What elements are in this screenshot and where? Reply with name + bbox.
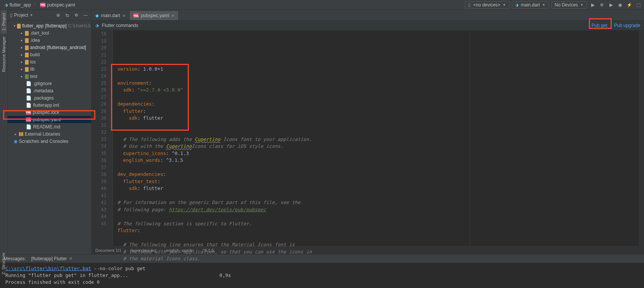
tree-item[interactable]: 📄.gitignore [8,80,91,87]
tree-label: Scratches and Consoles [19,139,68,144]
tree-item[interactable]: ▸▇ios [8,58,91,65]
phone-icon: ▯ [468,2,471,8]
messages-tab[interactable]: [flutterapp] Flutter [31,256,67,261]
code-editor[interactable]: 1819202122232425262728293031323334353637… [92,30,644,246]
tree-root-path: C:\Users\Juli... [68,23,91,28]
profile-button[interactable]: ◉ [617,2,623,8]
tab-pubspec[interactable]: YML pubspec.yaml ✕ [130,11,179,20]
tree-item[interactable]: 📄.metadata [8,87,91,94]
run-button[interactable]: ▶ [589,2,596,8]
settings-icon[interactable]: ✲ [73,13,80,18]
devices-dropdown-label: No Devices [555,2,578,8]
title-navbar: ⬗ flutter_app 〉 YML pubspec.yaml ▯ <no d… [0,0,644,10]
coverage-button[interactable]: ▶ [608,2,614,8]
terminal-timing: 0,9s [220,272,231,278]
folder-icon: ▇ [25,45,28,50]
scratches-icon: ◉ [14,139,17,144]
minimap[interactable] [639,30,644,246]
devices-dropdown[interactable]: No Devices ▼ [551,1,587,9]
right-margin-ruler [470,30,470,246]
close-icon[interactable]: ✕ [122,14,125,18]
chevron-down-icon: ▼ [542,3,546,7]
flutter-icon: ⬗ [5,2,8,8]
tree-item-selected[interactable]: YMLpubspec.yaml [8,116,91,123]
file-icon: 📄 [26,103,32,108]
folder-icon: ▇ [25,30,28,36]
tree-label: build [30,52,40,57]
expand-icon[interactable]: ▸ [14,132,17,136]
breadcrumb-file: pubspec.yaml [47,2,75,8]
structure-tool-tab[interactable]: Z: Structure [0,250,7,277]
expand-icon[interactable]: ▸ [20,74,24,78]
messages-label: Messages: [4,256,26,261]
device-selector[interactable]: ▯ <no devices> ▼ [465,1,509,9]
collapse-icon[interactable]: ⇆ [64,13,71,18]
project-tree[interactable]: ▾ ▇ flutter_app [flutterapp] C:\Users\Ju… [8,21,91,254]
file-icon: 📄 [26,88,32,93]
dart-icon: ◆ [95,13,99,18]
tree-item[interactable]: 📄.packages [8,94,91,101]
tree-external-libs[interactable]: ▸External Libraries [8,130,91,138]
folder-icon: ▇ [17,23,21,28]
project-tool-tab[interactable]: 1: Project [1,10,7,33]
tab-main-dart[interactable]: ◆ main.dart ✕ [92,11,130,20]
pub-get-link[interactable]: Pub get [592,23,607,28]
tree-label: flutterapp.iml [33,103,59,108]
tree-item[interactable]: ▸▇android [flutterapp_android] [8,44,91,51]
terminal-output[interactable]: C:\src\flutter\bin\flutter.bat --no-colo… [0,263,644,288]
tree-label: .gitignore [33,81,52,86]
tree-label: .dart_tool [30,30,49,36]
terminal-path[interactable]: C:\src\flutter\bin\flutter.bat [5,266,91,271]
chevron-down-icon: ▼ [503,3,506,7]
tree-item[interactable]: ▸▇lib [8,65,91,73]
expand-icon[interactable]: ▸ [20,60,24,64]
tree-item[interactable]: ▸▇test [8,73,91,80]
resource-manager-tab[interactable]: Resource Manager [1,33,7,75]
tree-item[interactable]: ▸▇.idea [8,36,91,44]
left-tool-rail: 1: Project Resource Manager [0,10,8,254]
terminal-line: Process finished with exit code 0 [5,279,639,286]
tree-root[interactable]: ▾ ▇ flutter_app [flutterapp] C:\Users\Ju… [8,22,91,29]
tree-item[interactable]: ▸▇build [8,51,91,58]
expand-icon[interactable]: ▾ [14,24,16,28]
expand-icon[interactable]: ▸ [20,46,24,49]
tree-scratches[interactable]: ◉Scratches and Consoles [8,138,91,145]
folder-icon: ▇ [25,66,28,72]
code-content[interactable]: version: 1.0.0+1 environment: sdk: ">=2.… [113,30,639,246]
tree-item[interactable]: YMLpubspec.lock [8,109,91,116]
locate-icon[interactable]: ⊕ [55,13,62,18]
tree-label: pubspec.lock [33,110,59,115]
attach-button[interactable]: ⬚ [635,2,642,8]
expand-icon[interactable]: ▸ [20,67,24,71]
tree-item[interactable]: ▸▇.dart_tool [8,29,91,36]
device-selector-label: <no devices> [473,2,500,8]
expand-icon[interactable]: ▸ [20,38,24,42]
tree-item[interactable]: 📄flutterapp.iml [8,101,91,109]
debug-button[interactable]: ✲ [598,2,605,8]
yaml-icon: YML [40,3,46,7]
close-icon[interactable]: ✕ [69,256,72,261]
tree-label: .metadata [33,88,53,93]
expand-icon[interactable]: ▸ [20,53,24,57]
tree-item[interactable]: 📄README.md [8,123,91,130]
yaml-icon: YML [133,13,139,18]
terminal-line: Running "flutter pub get" in flutter_app… [5,272,128,278]
hot-reload-button[interactable]: ⚡ [626,2,633,8]
chevron-down-icon: ▼ [30,13,33,17]
folder-icon: ▇ [25,74,28,79]
file-icon: 📄 [26,81,32,86]
run-config-selector[interactable]: ⬗ main.dart ▼ [512,1,549,9]
close-icon[interactable]: ✕ [171,14,174,18]
folder-icon: ▇ [25,59,28,65]
project-view-selector[interactable]: ▯ Project ▼ [10,13,52,18]
hide-icon[interactable]: — [82,13,89,18]
tree-label: ios [30,59,36,65]
expand-icon[interactable]: ▸ [20,31,24,35]
breadcrumb[interactable]: ⬗ flutter_app 〉 YML pubspec.yaml [2,2,78,8]
folder-icon: ▯ [10,13,13,18]
yaml-icon: YML [26,117,31,122]
library-icon [19,132,23,136]
pub-upgrade-link[interactable]: Pub upgrade [614,23,640,28]
folder-icon: ▇ [25,38,28,43]
run-config-label: main.dart [521,2,540,8]
